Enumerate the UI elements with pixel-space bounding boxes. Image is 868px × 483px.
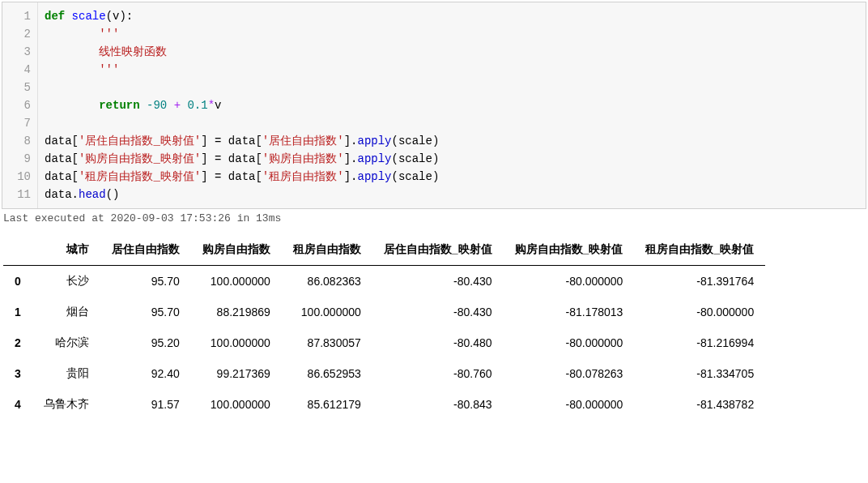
cell: 100.000000 xyxy=(282,297,372,327)
table-header: 购房自由指数_映射值 xyxy=(504,234,635,266)
cell: -80.430 xyxy=(372,297,504,327)
row-index: 3 xyxy=(3,358,32,389)
table-header: 居住自由指数_映射值 xyxy=(372,234,504,266)
line-number: 2 xyxy=(12,25,31,43)
code-token: (v): xyxy=(106,10,134,23)
code-token: return xyxy=(45,99,147,112)
code-token: ]. xyxy=(344,135,358,147)
cell: -80.000000 xyxy=(504,389,635,420)
code-token: '租房自由指数' xyxy=(262,170,344,183)
code-token: ] = data[ xyxy=(201,170,262,183)
line-number: 7 xyxy=(12,114,31,132)
code-token: '租房自由指数_映射值' xyxy=(79,170,201,183)
row-index: 4 xyxy=(3,389,32,420)
row-index: 1 xyxy=(3,297,32,327)
cell: 87.830057 xyxy=(282,327,372,358)
cell: -80.843 xyxy=(372,389,504,420)
code-token: () xyxy=(106,188,120,201)
cell: 95.70 xyxy=(100,266,191,297)
table-row: 4 乌鲁木齐 91.57 100.000000 85.612179 -80.84… xyxy=(3,389,765,420)
cell: 100.000000 xyxy=(191,327,282,358)
cell: 86.082363 xyxy=(282,266,372,297)
cell: 95.20 xyxy=(100,327,191,358)
row-index: 2 xyxy=(3,327,32,358)
code-token: + xyxy=(167,99,187,112)
code-token: data[ xyxy=(45,135,79,147)
cell-city: 烟台 xyxy=(32,297,100,327)
cell-city: 乌鲁木齐 xyxy=(32,389,100,420)
line-number: 1 xyxy=(12,7,31,25)
code-token: (scale) xyxy=(392,135,440,147)
code-token: v xyxy=(215,99,221,112)
line-number: 8 xyxy=(12,132,31,150)
cell-city: 长沙 xyxy=(32,266,100,297)
code-token: ]. xyxy=(344,152,358,165)
code-token: '购房自由指数_映射值' xyxy=(79,152,201,165)
cell: 86.652953 xyxy=(282,358,372,389)
line-number-gutter: 1 2 3 4 5 6 7 8 9 10 11 xyxy=(2,2,38,208)
cell: -80.480 xyxy=(372,327,504,358)
line-number: 6 xyxy=(12,96,31,114)
table-row: 1 烟台 95.70 88.219869 100.000000 -80.430 … xyxy=(3,297,765,327)
output-dataframe: 城市 居住自由指数 购房自由指数 租房自由指数 居住自由指数_映射值 购房自由指… xyxy=(3,234,765,420)
cell: -81.178013 xyxy=(504,297,635,327)
cell: 99.217369 xyxy=(191,358,282,389)
execution-info: Last executed at 2020-09-03 17:53:26 in … xyxy=(0,209,868,231)
table-header: 租房自由指数 xyxy=(282,234,372,266)
code-token: data. xyxy=(45,188,79,201)
code-token: ] = data[ xyxy=(201,135,262,147)
table-body: 0 长沙 95.70 100.000000 86.082363 -80.430 … xyxy=(3,266,765,421)
line-number: 5 xyxy=(12,79,31,96)
code-token: apply xyxy=(357,135,391,147)
row-index: 0 xyxy=(3,266,32,297)
line-number: 3 xyxy=(12,43,31,61)
code-token: (scale) xyxy=(392,152,440,165)
table-header: 购房自由指数 xyxy=(191,234,282,266)
cell: 88.219869 xyxy=(191,297,282,327)
table-header xyxy=(3,234,32,266)
cell: -80.760 xyxy=(372,358,504,389)
code-token: '购房自由指数' xyxy=(262,152,344,165)
code-token: head xyxy=(79,188,106,201)
cell: -81.216994 xyxy=(634,327,765,358)
cell: 95.70 xyxy=(100,297,191,327)
cell: 100.000000 xyxy=(191,389,282,420)
cell: -80.000000 xyxy=(504,266,635,297)
table-header: 城市 xyxy=(32,234,100,266)
cell: -80.000000 xyxy=(504,327,635,358)
cell: -80.430 xyxy=(372,266,504,297)
cell: 85.612179 xyxy=(282,389,372,420)
table-header-row: 城市 居住自由指数 购房自由指数 租房自由指数 居住自由指数_映射值 购房自由指… xyxy=(3,234,765,266)
table-header: 居住自由指数 xyxy=(100,234,191,266)
code-body[interactable]: def scale(v): ''' 线性映射函数 ''' return -90 … xyxy=(38,2,445,208)
output-table-wrap: 城市 居住自由指数 购房自由指数 租房自由指数 居住自由指数_映射值 购房自由指… xyxy=(0,231,868,426)
line-number: 10 xyxy=(12,168,31,186)
code-token: data[ xyxy=(45,170,79,183)
cell-city: 哈尔滨 xyxy=(32,327,100,358)
code-cell[interactable]: 1 2 3 4 5 6 7 8 9 10 11 def scale(v): ''… xyxy=(2,2,866,209)
code-token: ''' xyxy=(45,28,119,41)
cell: 91.57 xyxy=(100,389,191,420)
code-token: data[ xyxy=(45,152,79,165)
code-token: '居住自由指数_映射值' xyxy=(79,135,201,147)
line-number: 11 xyxy=(12,186,31,203)
cell: -81.334705 xyxy=(634,358,765,389)
cell: -81.438782 xyxy=(634,389,765,420)
table-row: 0 长沙 95.70 100.000000 86.082363 -80.430 … xyxy=(3,266,765,297)
code-token: apply xyxy=(357,170,391,183)
code-token: '居住自由指数' xyxy=(262,135,344,147)
code-token: ''' xyxy=(45,63,119,76)
table-row: 2 哈尔滨 95.20 100.000000 87.830057 -80.480… xyxy=(3,327,765,358)
cell-city: 贵阳 xyxy=(32,358,100,389)
cell: 100.000000 xyxy=(191,266,282,297)
cell: -81.391764 xyxy=(634,266,765,297)
line-number: 9 xyxy=(12,150,31,168)
code-token: scale xyxy=(72,10,106,23)
code-token: -90 xyxy=(147,99,167,112)
code-token: apply xyxy=(357,152,391,165)
code-token: 线性映射函数 xyxy=(45,45,167,58)
line-number: 4 xyxy=(12,61,31,79)
code-token: def xyxy=(45,10,72,23)
cell: 92.40 xyxy=(100,358,191,389)
code-token: ]. xyxy=(344,170,358,183)
